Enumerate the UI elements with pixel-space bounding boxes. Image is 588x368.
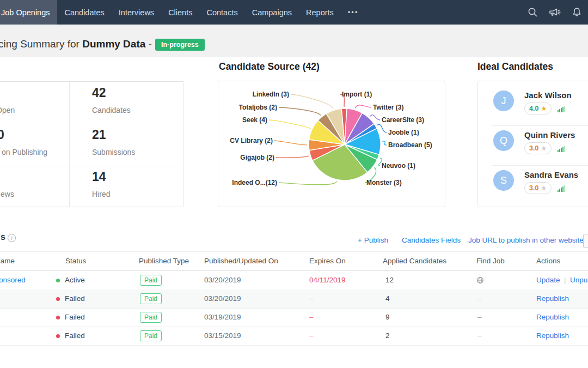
candidate-item[interactable]: J Jack Wilson 4.0 ★ <box>478 91 588 130</box>
nav-tab-contacts[interactable]: Contacts <box>199 0 244 25</box>
pie-label-monster: Monster (3) <box>366 179 402 186</box>
status-cell: Failed <box>65 289 85 308</box>
rating-pill: 4.0 ★ <box>524 102 552 114</box>
summary-stats-card: Open 0 on Publishing ews 42 Candidates 2… <box>0 81 183 207</box>
signal-bars-icon <box>558 105 566 114</box>
paid-badge: Paid <box>140 293 162 304</box>
title-separator: - <box>149 38 152 50</box>
pie-label-cv-library: CV Library (2) <box>230 137 273 144</box>
stats-divider <box>0 166 183 166</box>
status-cell: Failed <box>65 308 85 327</box>
find-job-cell: – <box>477 308 482 327</box>
candidates-fields-link[interactable]: Candidates Fields <box>402 236 461 244</box>
pie-leader-line <box>370 115 380 120</box>
paid-badge: Paid <box>140 330 162 341</box>
stat-hired-label: Hired <box>92 190 110 198</box>
col-header-applied: Applied Candidates <box>383 252 446 270</box>
stat-submissions-label: Submissions <box>92 148 135 156</box>
globe-icon[interactable] <box>476 276 484 286</box>
pie-leader-line <box>279 107 321 116</box>
announcement-icon[interactable] <box>548 7 561 18</box>
nav-icon-group <box>527 0 588 25</box>
table-row[interactable]: Failed Paid 03/19/2019 – 9 – Republish <box>0 308 588 327</box>
pie-leader-line <box>356 105 372 108</box>
status-cell: Active <box>65 271 85 289</box>
table-row[interactable]: onsored Active Paid 03/20/2019 04/11/201… <box>0 271 588 290</box>
rating-value: 4.0 <box>529 105 538 112</box>
signal-bars-icon <box>558 184 566 194</box>
expires-on-cell: – <box>309 308 314 327</box>
unpublish-link[interactable]: Unpublish <box>570 271 588 289</box>
stat-candidates-number: 42 <box>92 86 106 100</box>
avatar: S <box>493 170 514 191</box>
expires-on-cell: 04/11/2019 <box>309 271 346 289</box>
pie-label-seek: Seek (4) <box>242 116 267 124</box>
republish-link[interactable]: Republish <box>536 327 569 345</box>
pie-leader-line <box>382 141 387 145</box>
rating-value: 3.0 <box>529 144 538 152</box>
nav-tab-label: Candidates <box>64 8 104 17</box>
nav-tab-candidates[interactable]: Candidates <box>57 0 111 25</box>
expires-on-cell: – <box>309 327 314 345</box>
nav-tab-label: Clients <box>168 8 192 17</box>
publish-link[interactable]: + Publish <box>358 236 388 244</box>
republish-link[interactable]: Republish <box>536 308 569 327</box>
nav-tab-job-openings[interactable]: Job Openings <box>0 0 57 25</box>
nav-tab-label: Job Openings <box>1 8 50 17</box>
col-header-find-job: Find Job <box>476 252 505 270</box>
status-dot-icon <box>56 279 60 282</box>
job-board-name-link[interactable]: onsored <box>0 271 26 289</box>
pie-label-neuvoo: Neuvoo (1) <box>382 162 415 170</box>
nav-tab-label: Interviews <box>119 8 154 17</box>
col-header-expires-on: Expires On <box>309 252 346 270</box>
col-header-published-type: Published Type <box>139 252 189 270</box>
rating-value: 3.0 <box>529 184 538 192</box>
status-dot-icon <box>56 316 60 319</box>
find-job-cell: – <box>477 327 482 345</box>
col-header-actions: Actions <box>536 252 560 270</box>
status-dot-icon <box>56 334 60 338</box>
search-icon[interactable] <box>527 7 538 18</box>
republish-link[interactable]: Republish <box>536 289 569 308</box>
divider <box>492 165 588 166</box>
table-row[interactable]: Failed Paid 03/15/2019 – 2 – Republish <box>0 327 588 346</box>
app-window: Job Openings Candidates Interviews Clien… <box>0 0 588 368</box>
stat-open-label: Open <box>0 106 15 114</box>
nav-more-button[interactable]: ••• <box>341 0 366 25</box>
candidate-item[interactable]: S Sandra Evans 3.0 ★ <box>478 170 588 209</box>
nav-tab-clients[interactable]: Clients <box>161 0 199 25</box>
page-title: cing Summary for Dummy Data - <box>0 38 152 50</box>
nav-tab-interviews[interactable]: Interviews <box>112 0 161 25</box>
star-icon: ★ <box>541 185 547 191</box>
stat-publishing-label: on Publishing <box>2 148 47 156</box>
divider <box>492 125 588 126</box>
stat-submissions-number: 21 <box>92 128 106 142</box>
top-nav: Job Openings Candidates Interviews Clien… <box>0 0 588 25</box>
pie-leader-line <box>269 120 311 129</box>
stats-divider <box>0 124 183 124</box>
nav-tab-reports[interactable]: Reports <box>299 0 341 25</box>
pie-leader-line <box>279 182 337 185</box>
stat-candidates-label: Candidates <box>92 106 131 114</box>
published-on-cell: 03/19/2019 <box>204 308 241 327</box>
job-url-link[interactable]: Job URL to publish in other websites <box>468 236 587 244</box>
more-actions-button[interactable] <box>583 234 588 248</box>
published-on-cell: 03/20/2019 <box>204 289 241 308</box>
stat-hired-number: 14 <box>92 170 106 184</box>
update-link[interactable]: Update <box>536 271 560 289</box>
job-name: Dummy Data <box>82 38 145 50</box>
applied-candidates-cell: 2 <box>385 327 390 345</box>
pie-label-jooble: Jooble (1) <box>388 129 419 136</box>
candidate-name: Sandra Evans <box>524 170 578 179</box>
signal-bars-icon <box>558 144 566 154</box>
pie-label-linkedin: LinkedIn (3) <box>253 91 289 98</box>
table-row[interactable]: Failed Paid 03/20/2019 – 4 – Republish <box>0 289 588 309</box>
nav-tab-campaigns[interactable]: Campaigns <box>245 0 299 25</box>
bell-icon[interactable] <box>571 7 583 18</box>
ideal-candidates-title: Ideal Candidates <box>477 61 553 73</box>
candidate-item[interactable]: Q Quinn Rivers 3.0 ★ <box>478 130 588 170</box>
info-icon[interactable]: i <box>8 234 16 242</box>
star-icon: ★ <box>541 105 547 112</box>
nav-tab-label: Reports <box>306 8 334 17</box>
candidate-source-chart: Import (1)Twitter (3)CareerSite (3)Joobl… <box>218 81 445 207</box>
